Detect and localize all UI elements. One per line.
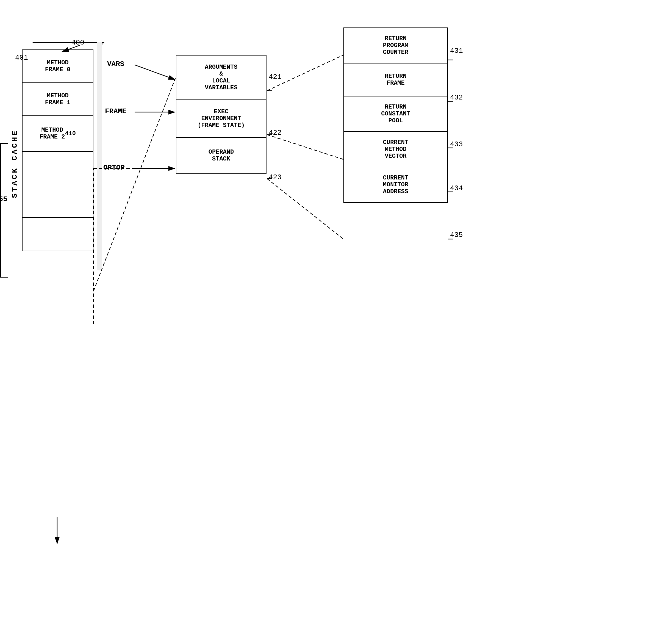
stack-empty-2 xyxy=(23,218,93,250)
stack-empty-1 xyxy=(23,152,93,218)
return-constant-pool: RETURNCONSTANTPOOL xyxy=(344,96,447,132)
args-local-vars: ARGUMENTS&LOCALVARIABLES xyxy=(176,56,266,100)
return-frame: RETURNFRAME xyxy=(344,63,447,96)
label-optop: OPTOP xyxy=(103,164,125,172)
label-431: 431 xyxy=(450,47,463,55)
current-method-vector: CURRENTMETHODVECTOR xyxy=(344,132,447,167)
stack-main: METHODFRAME 0 METHODFRAME 1 METHODFRAME … xyxy=(22,50,93,251)
label-422: 422 xyxy=(269,129,282,137)
method-frame-0: METHODFRAME 0 xyxy=(23,50,93,83)
current-monitor-address: CURRENTMONITORADDRESS xyxy=(344,167,447,202)
label-400: 400 xyxy=(71,38,84,47)
operand-stack: OPERANDSTACK xyxy=(176,138,266,173)
return-program-counter: RETURNPROGRAMCOUNTER xyxy=(344,28,447,63)
svg-line-3 xyxy=(134,65,175,80)
exec-detail: RETURNPROGRAMCOUNTER RETURNFRAME RETURNC… xyxy=(343,28,448,203)
label-155: 155 xyxy=(0,195,7,203)
svg-line-11 xyxy=(267,179,343,239)
label-401: 401 xyxy=(15,54,28,62)
box-top-face xyxy=(26,42,104,50)
stack-cache-text: STACK CACHE xyxy=(10,129,19,198)
exec-environment: EXECENVIRONMENT(FRAME STATE) xyxy=(176,100,266,138)
optop-text: OPTOP xyxy=(103,164,125,172)
exec-box: RETURNPROGRAMCOUNTER RETURNFRAME RETURNC… xyxy=(343,28,448,203)
svg-line-10 xyxy=(267,135,343,159)
vars-text: VARS xyxy=(107,60,124,68)
label-vars: VARS xyxy=(107,60,124,68)
box-side-face xyxy=(97,42,102,270)
label-frame: FRAME xyxy=(105,107,126,115)
stack-cache-label: STACK CACHE xyxy=(10,50,19,277)
label-433: 433 xyxy=(450,140,463,148)
label-435: 435 xyxy=(450,231,463,239)
frame-box: ARGUMENTS&LOCALVARIABLES EXECENVIRONMENT… xyxy=(176,55,267,174)
label-432: 432 xyxy=(450,93,463,102)
stack-cache-wrapper: 155 STACK CACHE METHODFRAME 0 METHODFRAM… xyxy=(22,50,93,251)
label-423: 423 xyxy=(269,173,282,181)
method-frame-1: METHODFRAME 1 xyxy=(23,83,93,116)
label-421: 421 xyxy=(269,73,282,81)
frame-text: FRAME xyxy=(105,107,126,115)
method-frame-2: METHODFRAME 2410 xyxy=(23,116,93,152)
diagram: 155 STACK CACHE METHODFRAME 0 METHODFRAM… xyxy=(0,0,672,623)
bracket-155 xyxy=(0,143,8,277)
frame-structure: ARGUMENTS&LOCALVARIABLES EXECENVIRONMENT… xyxy=(176,55,267,174)
frame2-number: 410 xyxy=(65,130,76,137)
label-434: 434 xyxy=(450,184,463,192)
